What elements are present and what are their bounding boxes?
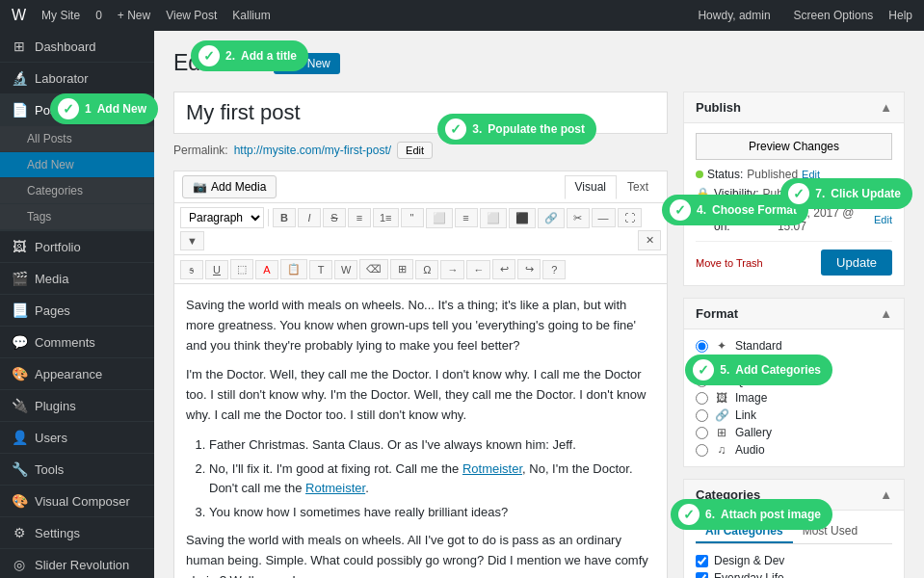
check-icon-3: ✓ (445, 118, 466, 140)
sidebar-item-add-new[interactable]: Add New (0, 152, 154, 178)
link-btn[interactable]: 🔗 (538, 208, 565, 228)
table-btn[interactable]: ⊞ (390, 259, 413, 279)
strikethrough-btn[interactable]: S (323, 208, 346, 227)
new-content-btn[interactable]: + New (118, 9, 150, 22)
indent-btn[interactable]: → (440, 260, 464, 279)
sidebar-item-slider-revolution[interactable]: ◎Slider Revolution (0, 549, 154, 578)
editor-toolbar-row1: Paragraph B I S ≡ 1≡ " ⬜ ≡ ⬜ ⬛ 🔗 (174, 203, 667, 255)
text-color-btn[interactable]: A (255, 260, 278, 279)
paste-btn[interactable]: 📋 (280, 259, 307, 279)
list-item-3: You know how I sometimes have really bri… (209, 503, 655, 523)
align-left-btn[interactable]: ⬜ (426, 208, 453, 228)
check-icon-6: ✓ (678, 504, 700, 525)
undo-btn[interactable]: ↩ (492, 259, 515, 279)
screen-options-btn[interactable]: Screen Options (794, 9, 874, 22)
format-btn[interactable]: ꟊ (180, 260, 203, 279)
publish-box-toggle: ▲ (880, 100, 892, 115)
publish-box-header[interactable]: Publish ▲ (684, 92, 904, 123)
toolbar-sep-1 (268, 209, 269, 226)
tutorial-badge-7: ✓ 7. Click Update (780, 178, 912, 209)
site-name[interactable]: My Site (41, 9, 80, 22)
check-icon-2: ✓ (198, 45, 220, 66)
check-icon-1: ✓ (58, 98, 79, 119)
unlink-btn[interactable]: ✂ (567, 208, 590, 228)
permalink-edit-btn[interactable]: Edit (397, 142, 433, 159)
tutorial-badge-6: ✓ 6. Attach post image (671, 499, 832, 530)
align-justify-btn[interactable]: ⬛ (509, 208, 536, 228)
sidebar-item-pages[interactable]: 📃Pages (0, 295, 154, 327)
wp-logo[interactable]: W (12, 7, 26, 24)
permalink-url[interactable]: http://mysite.com/my-first-post/ (234, 144, 391, 157)
unordered-list-btn[interactable]: ≡ (348, 208, 371, 227)
tutorial-badge-5: ✓ 5. Add Categories (685, 355, 832, 385)
blockquote-btn[interactable]: " (401, 208, 424, 227)
insert-more-btn[interactable]: — (592, 208, 616, 227)
format-audio: ♫Audio (696, 443, 892, 457)
paragraph-select[interactable]: Paragraph (180, 207, 264, 228)
sidebar-item-tags[interactable]: Tags (0, 204, 154, 230)
format-link: 🔗Link (696, 408, 892, 422)
publish-box-title: Publish (696, 100, 741, 115)
format-box-header[interactable]: Format ▲ (684, 299, 904, 329)
sidebar-item-appearance[interactable]: 🎨Appearance (0, 358, 154, 390)
editor-toolbar-row2: ꟊ U ⬚ A 📋 T W ⌫ ⊞ Ω → ← ↩ ↪ ? (174, 255, 667, 284)
help-editor-btn[interactable]: ? (542, 260, 566, 279)
content-list: Father Christmas. Santa Claus. Or as I'v… (209, 435, 655, 523)
editor-tabs: Visual Text (565, 175, 659, 198)
sidebar-item-plugins[interactable]: 🔌Plugins (0, 390, 154, 422)
redo-btn[interactable]: ↪ (517, 259, 541, 279)
categories-box-toggle: ▲ (880, 487, 892, 502)
sidebar-item-categories[interactable]: Categories (0, 178, 154, 204)
content-main: Permalink: http://mysite.com/my-first-po… (173, 92, 668, 578)
sidebar-item-media[interactable]: 🎬Media (0, 263, 154, 295)
cat-list: Design & Dev Everyday Life General GUI M… (696, 552, 892, 578)
publish-status-label: Status: (707, 168, 743, 181)
tab-visual[interactable]: Visual (565, 175, 617, 199)
format-box-body: ✦Standard ▶Video "Quote 🖼Image 🔗Link ⊞Ga… (684, 329, 904, 466)
check-icon-4: ✓ (670, 199, 691, 221)
sidebar-item-all-posts[interactable]: All Posts (0, 126, 154, 152)
paste-word-btn[interactable]: W (334, 260, 357, 279)
sidebar-item-settings[interactable]: ⚙Settings (0, 517, 154, 549)
move-to-trash-link[interactable]: Move to Trash (696, 257, 763, 269)
paste-text-btn[interactable]: T (309, 260, 332, 279)
align-center-btn[interactable]: ≡ (455, 208, 478, 227)
editor-toolbar-top: 📷 Add Media Visual Text (174, 171, 667, 203)
sidebar-item-comments[interactable]: 💬Comments (0, 327, 154, 358)
username[interactable]: Kallium (232, 9, 270, 22)
italic-btn[interactable]: I (298, 208, 321, 227)
published-date-edit-link[interactable]: Edit (874, 214, 892, 225)
sidebar-item-portfolio[interactable]: 🖼Portfolio (0, 231, 154, 263)
special-char-btn[interactable]: Ω (415, 260, 438, 279)
bold-btn[interactable]: B (273, 208, 296, 227)
tab-text[interactable]: Text (617, 175, 659, 198)
clear-format-btn[interactable]: ⌫ (359, 259, 388, 279)
cat-everyday-life: Everyday Life (696, 569, 892, 578)
underline-btn[interactable]: U (205, 260, 228, 279)
publish-actions: Move to Trash Update (696, 241, 892, 276)
sidebar-item-users[interactable]: 👤Users (0, 422, 154, 454)
close-toolbar-btn[interactable]: ✕ (638, 230, 661, 250)
update-btn[interactable]: Update (821, 250, 892, 276)
format-standard: ✦Standard (696, 339, 892, 353)
preview-changes-btn[interactable]: Preview Changes (696, 133, 892, 160)
toolbar-toggle-btn[interactable]: ▼ (180, 231, 204, 250)
add-media-button[interactable]: 📷 Add Media (182, 175, 277, 198)
format-gallery: ⊞Gallery (696, 426, 892, 439)
sidebar-item-tools[interactable]: 🔧Tools (0, 454, 154, 486)
fullscreen-btn[interactable]: ⛶ (618, 208, 642, 227)
help-btn[interactable]: Help (888, 9, 912, 22)
sidebar-item-laborator[interactable]: 🔬Laborator (0, 63, 154, 94)
permalink-label: Permalink: (173, 144, 228, 157)
format-box-title: Format (696, 306, 738, 321)
updates-icon[interactable]: 0 (95, 9, 102, 22)
sidebar-item-visual-composer[interactable]: 🎨Visual Composer (0, 486, 154, 517)
view-post-link[interactable]: View Post (166, 9, 217, 22)
content-para-1: Saving the world with meals on wheels. N… (186, 296, 655, 355)
outdent-btn[interactable]: ← (466, 260, 490, 279)
sidebar-item-dashboard[interactable]: ⊞Dashboard (0, 31, 154, 63)
editor-content[interactable]: Saving the world with meals on wheels. N… (174, 284, 667, 578)
align-right-btn[interactable]: ⬜ (480, 208, 507, 228)
ordered-list-btn[interactable]: 1≡ (373, 208, 399, 227)
justify-btn[interactable]: ⬚ (230, 259, 253, 279)
